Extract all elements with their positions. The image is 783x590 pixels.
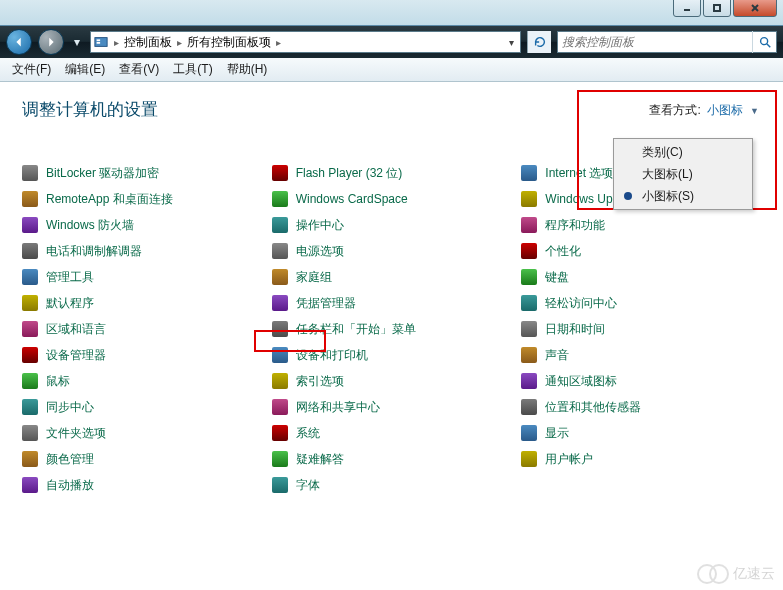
item-icon [521, 217, 537, 233]
menu-view[interactable]: 查看(V) [113, 59, 165, 80]
view-mode-row: 查看方式: 小图标 ▼ 类别(C) 大图标(L) 小图标(S) [649, 102, 761, 119]
item-label: 家庭组 [296, 269, 332, 286]
control-panel-item[interactable]: 键盘 [521, 267, 761, 287]
menu-help[interactable]: 帮助(H) [221, 59, 274, 80]
item-label: 字体 [296, 477, 320, 494]
view-option-small[interactable]: 小图标(S) [616, 185, 750, 207]
item-label: 索引选项 [296, 373, 344, 390]
control-panel-item[interactable]: 显示 [521, 423, 761, 443]
breadcrumb-part-1[interactable]: 控制面板 [122, 34, 174, 51]
view-mode-dropdown[interactable]: 小图标 ▼ [705, 102, 761, 119]
close-button[interactable] [733, 0, 777, 17]
item-icon [521, 399, 537, 415]
control-panel-item[interactable]: 用户帐户 [521, 449, 761, 469]
watermark-icon [709, 564, 729, 584]
address-dropdown[interactable]: ▾ [502, 37, 520, 48]
control-panel-item[interactable]: Windows 防火墙 [22, 215, 262, 235]
item-icon [272, 425, 288, 441]
item-icon [272, 165, 288, 181]
item-icon [521, 347, 537, 363]
control-panel-item[interactable]: 通知区域图标 [521, 371, 761, 391]
view-mode-menu: 类别(C) 大图标(L) 小图标(S) [613, 138, 753, 210]
svg-rect-6 [97, 42, 101, 44]
control-panel-item[interactable]: 电源选项 [272, 241, 512, 261]
breadcrumb-separator: ▸ [273, 37, 284, 48]
watermark-text: 亿速云 [733, 565, 775, 583]
svg-rect-1 [714, 5, 720, 11]
item-label: 同步中心 [46, 399, 94, 416]
control-panel-item[interactable]: 默认程序 [22, 293, 262, 313]
control-panel-item[interactable]: 日期和时间 [521, 319, 761, 339]
refresh-button[interactable] [527, 31, 551, 53]
search-input[interactable] [558, 35, 752, 49]
control-panel-item[interactable]: 凭据管理器 [272, 293, 512, 313]
view-option-category[interactable]: 类别(C) [616, 141, 750, 163]
control-panel-item[interactable]: 个性化 [521, 241, 761, 261]
item-label: 用户帐户 [545, 451, 593, 468]
menu-file[interactable]: 文件(F) [6, 59, 57, 80]
search-icon[interactable] [752, 31, 776, 53]
control-panel-item[interactable]: 疑难解答 [272, 449, 512, 469]
item-label: 网络和共享中心 [296, 399, 380, 416]
control-panel-item[interactable]: 电话和调制解调器 [22, 241, 262, 261]
control-panel-item[interactable]: Windows CardSpace [272, 189, 512, 209]
item-icon [22, 165, 38, 181]
control-panel-item[interactable]: 自动播放 [22, 475, 262, 495]
navbar: ▾ ▸ 控制面板 ▸ 所有控制面板项 ▸ ▾ [0, 26, 783, 58]
control-panel-item[interactable]: 设备管理器 [22, 345, 262, 365]
breadcrumb-part-2[interactable]: 所有控制面板项 [185, 34, 273, 51]
control-panel-item[interactable]: 字体 [272, 475, 512, 495]
control-panel-item[interactable]: 鼠标 [22, 371, 262, 391]
item-label: 默认程序 [46, 295, 94, 312]
minimize-button[interactable] [673, 0, 701, 17]
control-panel-item[interactable]: RemoteApp 和桌面连接 [22, 189, 262, 209]
address-bar[interactable]: ▸ 控制面板 ▸ 所有控制面板项 ▸ ▾ [90, 31, 521, 53]
search-box [557, 31, 777, 53]
item-label: 键盘 [545, 269, 569, 286]
item-label: 通知区域图标 [545, 373, 617, 390]
item-icon [22, 399, 38, 415]
item-label: 位置和其他传感器 [545, 399, 641, 416]
control-panel-item[interactable]: 声音 [521, 345, 761, 365]
menu-edit[interactable]: 编辑(E) [59, 59, 111, 80]
control-panel-item[interactable]: 文件夹选项 [22, 423, 262, 443]
control-panel-item[interactable]: 管理工具 [22, 267, 262, 287]
item-icon [22, 269, 38, 285]
control-panel-item[interactable]: 家庭组 [272, 267, 512, 287]
breadcrumb-separator: ▸ [111, 37, 122, 48]
control-panel-item[interactable]: BitLocker 驱动器加密 [22, 163, 262, 183]
control-panel-item[interactable]: 轻松访问中心 [521, 293, 761, 313]
item-icon [22, 373, 38, 389]
item-icon [521, 295, 537, 311]
control-panel-item[interactable]: 网络和共享中心 [272, 397, 512, 417]
control-panel-item[interactable]: Flash Player (32 位) [272, 163, 512, 183]
control-panel-item[interactable]: 位置和其他传感器 [521, 397, 761, 417]
control-panel-item[interactable]: 程序和功能 [521, 215, 761, 235]
item-label: BitLocker 驱动器加密 [46, 165, 159, 182]
control-panel-item[interactable]: 设备和打印机 [272, 345, 512, 365]
item-label: 自动播放 [46, 477, 94, 494]
content-area: 调整计算机的设置 查看方式: 小图标 ▼ 类别(C) 大图标(L) 小图标(S)… [0, 82, 783, 590]
item-icon [521, 451, 537, 467]
svg-line-8 [766, 44, 770, 48]
item-icon [22, 191, 38, 207]
item-icon [22, 243, 38, 259]
control-panel-item[interactable]: 颜色管理 [22, 449, 262, 469]
control-panel-item[interactable]: 操作中心 [272, 215, 512, 235]
back-button[interactable] [6, 29, 32, 55]
control-panel-item[interactable]: 系统 [272, 423, 512, 443]
item-label: Internet 选项 [545, 165, 613, 182]
view-option-label: 大图标(L) [642, 166, 693, 183]
menu-tools[interactable]: 工具(T) [167, 59, 218, 80]
forward-button[interactable] [38, 29, 64, 55]
control-panel-item[interactable]: 同步中心 [22, 397, 262, 417]
view-option-large[interactable]: 大图标(L) [616, 163, 750, 185]
item-icon [272, 269, 288, 285]
control-panel-item[interactable]: 任务栏和「开始」菜单 [272, 319, 512, 339]
item-label: 声音 [545, 347, 569, 364]
maximize-button[interactable] [703, 0, 731, 17]
item-icon [272, 191, 288, 207]
history-dropdown[interactable]: ▾ [70, 32, 84, 52]
control-panel-item[interactable]: 索引选项 [272, 371, 512, 391]
control-panel-item[interactable]: 区域和语言 [22, 319, 262, 339]
